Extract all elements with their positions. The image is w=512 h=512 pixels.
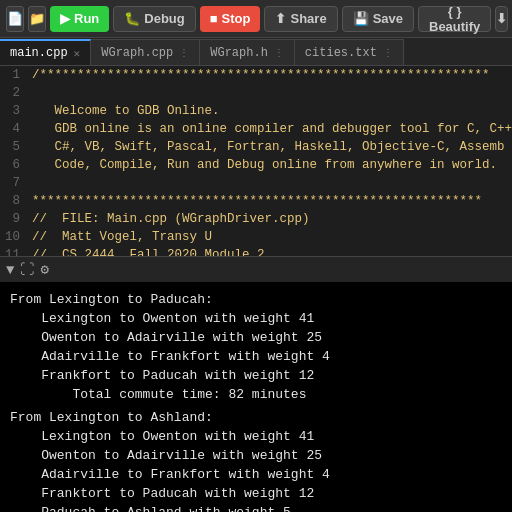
line-content: // Matt Vogel, Transy U: [28, 228, 212, 246]
line-number: 9: [0, 210, 28, 228]
beautify-button[interactable]: { } Beautify: [418, 6, 491, 32]
code-line: 2: [0, 84, 512, 102]
tab-menu-icon[interactable]: ⋮: [179, 47, 189, 59]
expand-icon[interactable]: ▼: [6, 262, 14, 278]
code-line: 8***************************************…: [0, 192, 512, 210]
line-content: C#, VB, Swift, Pascal, Fortran, Haskell,…: [28, 138, 505, 156]
output-line: Adairville to Frankfort with weight 4: [10, 347, 502, 366]
line-content: [28, 174, 32, 192]
line-number: 7: [0, 174, 28, 192]
debug-button[interactable]: 🐛 Debug: [113, 6, 195, 32]
tab-menu-icon[interactable]: ⋮: [383, 47, 393, 59]
run-icon: ▶: [60, 11, 70, 26]
output-header: From Lexington to Ashland:: [10, 408, 502, 427]
stop-button[interactable]: ■ Stop: [200, 6, 261, 32]
debug-icon: 🐛: [124, 11, 140, 26]
output-line: Lexington to Owenton with weight 41: [10, 427, 502, 446]
code-line: 3 Welcome to GDB Online.: [0, 102, 512, 120]
output-section: From Lexington to Paducah: Lexington to …: [10, 290, 502, 404]
output-section: From Lexington to Ashland: Lexington to …: [10, 408, 502, 512]
tab-bar: main.cpp ✕ WGraph.cpp ⋮ WGraph.h ⋮ citie…: [0, 38, 512, 66]
fullscreen-icon[interactable]: ⛶: [20, 262, 34, 278]
code-line: 6 Code, Compile, Run and Debug online fr…: [0, 156, 512, 174]
save-icon: 💾: [353, 11, 369, 26]
toolbar: 📄 📁 ▶ Run 🐛 Debug ■ Stop ⬆ Share 💾 Save …: [0, 0, 512, 38]
tab-wgraph-cpp[interactable]: WGraph.cpp ⋮: [91, 39, 200, 65]
line-content: // FILE: Main.cpp (WGraphDriver.cpp): [28, 210, 310, 228]
tab-wgraph-h[interactable]: WGraph.h ⋮: [200, 39, 295, 65]
code-line: 4 GDB online is an online compiler and d…: [0, 120, 512, 138]
line-content: ****************************************…: [28, 192, 482, 210]
open-file-icon[interactable]: 📁: [28, 6, 46, 32]
line-number: 2: [0, 84, 28, 102]
output-line: Owenton to Adairville with weight 25: [10, 328, 502, 347]
share-icon: ⬆: [275, 11, 286, 26]
output-line: Owenton to Adairville with weight 25: [10, 446, 502, 465]
settings-icon[interactable]: ⚙: [40, 261, 48, 278]
line-number: 4: [0, 120, 28, 138]
download-button[interactable]: ⬇: [495, 6, 508, 32]
bottom-toolbar: ▼ ⛶ ⚙: [0, 256, 512, 282]
output-panel: From Lexington to Paducah: Lexington to …: [0, 282, 512, 512]
run-button[interactable]: ▶ Run: [50, 6, 109, 32]
code-line: 5 C#, VB, Swift, Pascal, Fortran, Haskel…: [0, 138, 512, 156]
code-line: 7: [0, 174, 512, 192]
line-content: Code, Compile, Run and Debug online from…: [28, 156, 497, 174]
output-header: From Lexington to Paducah:: [10, 290, 502, 309]
tab-menu-icon[interactable]: ⋮: [274, 47, 284, 59]
output-line: Paducah to Ashland with weight 5: [10, 503, 502, 512]
tab-cities-txt[interactable]: cities.txt ⋮: [295, 39, 404, 65]
output-line: Adairville to Frankfort with weight 4: [10, 465, 502, 484]
line-content: /***************************************…: [28, 66, 490, 84]
save-button[interactable]: 💾 Save: [342, 6, 414, 32]
line-content: // CS 2444, Fall 2020 Module 2: [28, 246, 265, 256]
line-content: GDB online is an online compiler and deb…: [28, 120, 512, 138]
output-line: Total commute time: 82 minutes: [10, 385, 502, 404]
line-number: 3: [0, 102, 28, 120]
close-tab-icon[interactable]: ✕: [74, 47, 81, 60]
line-number: 1: [0, 66, 28, 84]
code-line: 1/**************************************…: [0, 66, 512, 84]
share-button[interactable]: ⬆ Share: [264, 6, 337, 32]
code-line: 11// CS 2444, Fall 2020 Module 2: [0, 246, 512, 256]
tab-main-cpp[interactable]: main.cpp ✕: [0, 39, 91, 65]
line-number: 11: [0, 246, 28, 256]
output-line: Lexington to Owenton with weight 41: [10, 309, 502, 328]
output-line: Franktort to Paducah with weight 12: [10, 484, 502, 503]
output-line: Frankfort to Paducah with weight 12: [10, 366, 502, 385]
stop-icon: ■: [210, 11, 218, 26]
line-number: 6: [0, 156, 28, 174]
new-file-icon[interactable]: 📄: [6, 6, 24, 32]
tab-label: main.cpp: [10, 46, 68, 60]
tab-label: cities.txt: [305, 46, 377, 60]
line-content: Welcome to GDB Online.: [28, 102, 220, 120]
tab-label: WGraph.cpp: [101, 46, 173, 60]
line-number: 8: [0, 192, 28, 210]
code-editor[interactable]: 1/**************************************…: [0, 66, 512, 256]
download-icon: ⬇: [496, 11, 507, 26]
line-number: 10: [0, 228, 28, 246]
line-content: [28, 84, 32, 102]
code-line: 10// Matt Vogel, Transy U: [0, 228, 512, 246]
line-number: 5: [0, 138, 28, 156]
code-line: 9// FILE: Main.cpp (WGraphDriver.cpp): [0, 210, 512, 228]
tab-label: WGraph.h: [210, 46, 268, 60]
